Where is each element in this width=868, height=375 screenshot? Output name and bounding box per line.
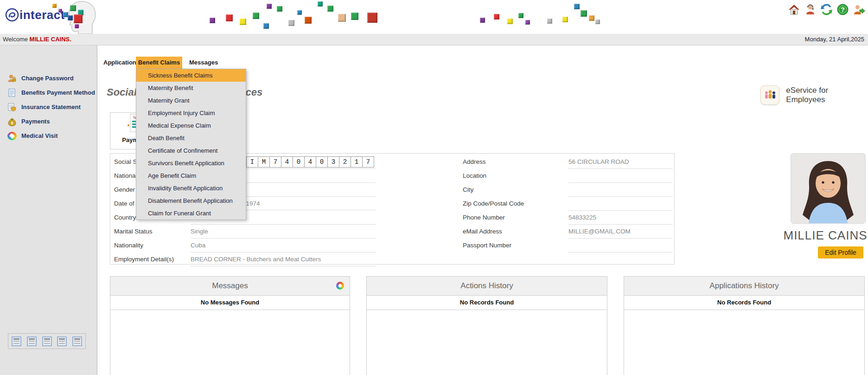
field-label: eMail Address bbox=[463, 228, 502, 235]
decorative-cube bbox=[581, 10, 587, 17]
messages-panel-color-wheel-icon[interactable] bbox=[336, 282, 344, 290]
layout-thumbnail-icon[interactable] bbox=[57, 336, 67, 346]
applications-history-empty-row: No Records Found bbox=[624, 296, 864, 310]
profile-field-row: Location bbox=[462, 169, 674, 183]
decorative-cube bbox=[338, 14, 346, 22]
sidebar-item-change-password[interactable]: Change Password bbox=[0, 71, 97, 85]
panel-title: Messages bbox=[212, 281, 248, 290]
eservices-portal-page: interact TM bbox=[0, 0, 868, 375]
ssn-comb-boxes: IM740403217 bbox=[246, 156, 374, 168]
field-value bbox=[568, 169, 673, 183]
ssn-char-box: 7 bbox=[270, 156, 281, 168]
profile-photo bbox=[791, 153, 866, 224]
tab-messages[interactable]: Messages bbox=[187, 57, 220, 69]
ssn-char-box: 0 bbox=[293, 156, 305, 168]
field-value: MILLIE@GMAIL.COM bbox=[568, 225, 673, 239]
sidebar-item-label: Payments bbox=[21, 118, 50, 125]
profile-field-row: Address 56 CIRCULAR ROAD bbox=[462, 155, 674, 169]
dropdown-menu-item[interactable]: Survivors Benefit Application bbox=[136, 157, 246, 169]
decorative-cube bbox=[327, 6, 333, 12]
profile-field-row: Passport Number bbox=[462, 239, 674, 252]
svg-text:?: ? bbox=[841, 6, 845, 13]
decorative-cube bbox=[305, 17, 312, 24]
layout-thumbnail-icon[interactable] bbox=[42, 336, 52, 346]
field-label: Address bbox=[463, 158, 486, 165]
decorative-cube bbox=[288, 20, 294, 26]
user-lock-icon bbox=[7, 74, 17, 83]
dropdown-menu-item[interactable]: Age Benefit Claim bbox=[136, 169, 246, 182]
decorative-cube bbox=[494, 14, 499, 19]
layout-thumbnail-icon[interactable] bbox=[12, 336, 21, 346]
support-icon[interactable] bbox=[804, 3, 817, 16]
eservice-label: eService for Employees bbox=[786, 86, 868, 104]
ssn-char-box: M bbox=[258, 156, 270, 168]
actions-history-header: Actions History bbox=[367, 277, 607, 296]
svg-text:$: $ bbox=[11, 120, 13, 125]
ssn-char-box: 7 bbox=[363, 156, 374, 168]
decorative-cube bbox=[547, 19, 552, 24]
benefit-claims-dropdown-menu: Sickness Benefit ClaimsMaternity Benefit… bbox=[136, 69, 246, 220]
head-silhouette-graphic bbox=[65, 0, 98, 34]
edit-profile-button[interactable]: Edit Profile bbox=[818, 246, 863, 259]
field-value: 56 CIRCULAR ROAD bbox=[568, 155, 673, 169]
ssn-char-box: 4 bbox=[281, 156, 293, 168]
dropdown-menu-item[interactable]: Maternity Benefit bbox=[136, 82, 246, 94]
employees-group-icon bbox=[760, 85, 779, 105]
layout-thumbnail-icon[interactable] bbox=[27, 336, 37, 346]
tab-benefit-claims[interactable]: Benefit Claims bbox=[136, 57, 182, 69]
field-label: Zip Code/Postal Code bbox=[463, 200, 524, 207]
profile-field-row: Zip Code/Postal Code bbox=[462, 197, 674, 211]
sync-icon[interactable] bbox=[820, 3, 833, 16]
dropdown-menu-item[interactable]: Sickness Benefit Claims bbox=[136, 69, 246, 82]
dropdown-menu-item[interactable]: Medical Expense Claim bbox=[136, 119, 246, 132]
field-value bbox=[568, 197, 673, 211]
profile-name: MILLIE CAINS bbox=[783, 228, 868, 243]
dropdown-menu-item[interactable]: Disablement Benefit Application bbox=[136, 194, 246, 207]
header-cubes bbox=[0, 0, 868, 34]
welcome-user-name: MILLIE CAINS. bbox=[30, 36, 71, 43]
layout-thumbnail-icon[interactable] bbox=[72, 336, 82, 346]
color-wheel-icon bbox=[7, 132, 17, 140]
home-icon[interactable] bbox=[788, 3, 800, 16]
field-label: Passport Number bbox=[463, 242, 511, 249]
field-value: Cuba bbox=[191, 239, 376, 252]
sidebar-item-label: Benefits Payment Method bbox=[21, 89, 95, 96]
logout-icon[interactable] bbox=[853, 3, 865, 16]
field-value: BREAD CORNER - Butchers and Meat Cutters bbox=[191, 252, 376, 266]
decorative-cube bbox=[210, 18, 215, 23]
ssn-char-box: 4 bbox=[305, 156, 316, 168]
decorative-cube bbox=[253, 13, 259, 19]
field-value: 54833225 bbox=[568, 211, 673, 225]
dropdown-menu-item[interactable]: Maternity Grant bbox=[136, 94, 246, 107]
field-label: City bbox=[463, 186, 473, 193]
applications-history-panel: Applications History No Records Found bbox=[624, 276, 865, 375]
decorative-cube bbox=[351, 13, 358, 20]
sidebar-item-medical-visit[interactable]: Medical Visit bbox=[0, 129, 97, 143]
details-right-column: Address 56 CIRCULAR ROAD Location City Z… bbox=[462, 155, 674, 252]
sidebar-item-label: Insurance Statement bbox=[21, 103, 81, 110]
dropdown-menu-item[interactable]: Claim for Funeral Grant bbox=[136, 207, 246, 220]
sidebar-item-benefits-payment-method[interactable]: Benefits Payment Method bbox=[0, 85, 97, 100]
ssn-char-box: 0 bbox=[316, 156, 328, 168]
decorative-cube bbox=[480, 18, 485, 23]
dropdown-menu-item[interactable]: Death Benefit bbox=[136, 132, 246, 144]
field-value: Single bbox=[191, 225, 376, 239]
profile-field-row: eMail Address MILLIE@GMAIL.COM bbox=[462, 225, 674, 239]
dropdown-menu-item[interactable]: Employment Injury Claim bbox=[136, 107, 246, 119]
decorative-cube bbox=[240, 19, 246, 25]
panel-title: Actions History bbox=[460, 281, 513, 290]
dropdown-menu-item[interactable]: Invalidity Benefit Application bbox=[136, 182, 246, 194]
dropdown-menu-item[interactable]: Certificate of Confinement bbox=[136, 144, 246, 157]
money-bag-icon: $ bbox=[7, 117, 17, 126]
decorative-cube bbox=[318, 1, 323, 6]
help-icon[interactable]: ? bbox=[836, 3, 849, 16]
sidebar-layout-thumbnails bbox=[8, 333, 86, 349]
decorative-cube bbox=[263, 23, 269, 29]
sidebar-item-insurance-statement[interactable]: Insurance Statement bbox=[0, 100, 97, 114]
profile-field-row: Nationality Cuba bbox=[110, 239, 457, 252]
messages-panel: Messages No Messages Found bbox=[110, 276, 350, 375]
profile-field-row: Employment Detail(s) BREAD CORNER - Butc… bbox=[110, 252, 457, 266]
applications-history-header: Applications History bbox=[624, 277, 864, 296]
woman-portrait-image bbox=[791, 154, 865, 223]
sidebar-item-payments[interactable]: $ Payments bbox=[0, 114, 97, 129]
